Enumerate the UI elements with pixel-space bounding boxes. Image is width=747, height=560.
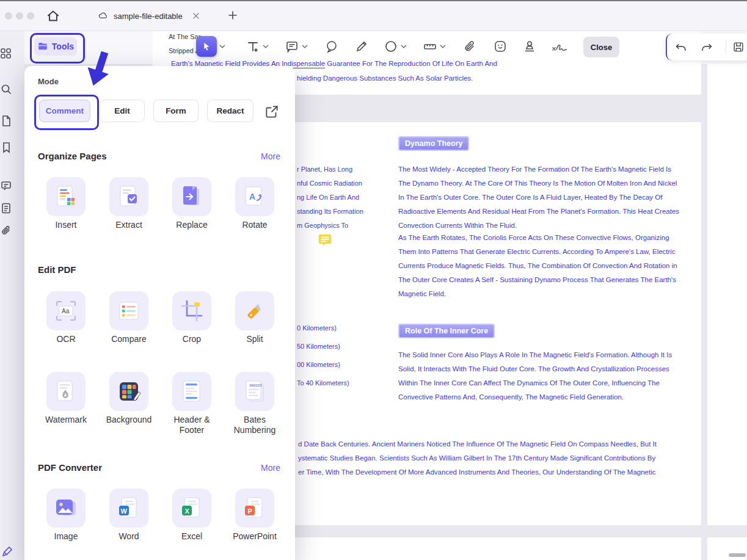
shape-tool-button[interactable] [384, 39, 398, 54]
tool-convert-word[interactable]: W Word [109, 489, 148, 528]
select-tool-chevron-icon[interactable] [219, 45, 225, 49]
shape-tool-chevron-icon[interactable] [401, 45, 407, 49]
tool-split[interactable]: Split [235, 291, 274, 330]
thumbnail-grid-icon[interactable] [0, 48, 12, 60]
tool-convert-powerpoint[interactable]: P PowerPoint [235, 489, 274, 528]
select-tool-button[interactable] [196, 36, 217, 57]
stamp-tool-button[interactable] [522, 39, 537, 54]
ocr-icon: Aa [53, 297, 79, 324]
organize-pages-title: Organize Pages [38, 151, 107, 161]
tool-label: Rotate [229, 220, 280, 230]
mode-section-title: Mode [38, 77, 59, 86]
tool-convert-excel[interactable]: X Excel [172, 489, 211, 528]
fragment-line: ng Life On Earth And [297, 191, 363, 205]
body-line: In The Earth's Outer Core. The Outer Cor… [398, 191, 679, 205]
svg-text:W: W [121, 507, 128, 515]
left-column-fragments: r Planet, Has Longnful Cosmic Radiationn… [297, 162, 363, 233]
tool-ocr[interactable]: Aa OCR [46, 291, 86, 330]
close-button[interactable]: Close [583, 37, 619, 57]
dynamo-heading: Dynamo Theory [398, 136, 469, 151]
note-annotation-icon[interactable] [318, 234, 332, 247]
tool-compare[interactable]: Compare [109, 291, 148, 330]
undo-icon[interactable] [674, 40, 688, 54]
traffic-light-minimize[interactable] [16, 12, 23, 20]
tool-extract[interactable]: Extract [109, 177, 148, 216]
save-icon[interactable] [732, 40, 745, 54]
body-line: The Solid Inner Core Also Plays A Role I… [398, 348, 672, 362]
organize-pages-more-link[interactable]: More [261, 151, 280, 161]
note-tool-chevron-icon[interactable] [302, 45, 308, 49]
tool-background[interactable]: Background [109, 372, 148, 411]
pen-tool-icon[interactable] [1, 545, 13, 558]
horizontal-scrollbar[interactable] [729, 553, 746, 557]
measure-tool-button[interactable] [423, 39, 437, 54]
edit-pdf-title: Edit PDF [38, 264, 76, 275]
fragment-line: standing Its Formation [297, 205, 363, 219]
powerpoint-icon: P [241, 495, 268, 522]
tool-insert[interactable]: Insert [46, 177, 86, 216]
tool-label: Header & Footer [166, 415, 217, 435]
home-button[interactable] [45, 8, 61, 24]
svg-text:A: A [249, 192, 255, 202]
traffic-light-close[interactable] [5, 12, 12, 20]
page1-line2: hielding Dangerous Substances Such As So… [297, 72, 473, 84]
body-line: Solid, It Interacts With The Fluid Outer… [398, 362, 672, 376]
body-line: The Most Widely - Accepted Theory For Th… [398, 162, 679, 176]
pencil-tool-button[interactable] [354, 39, 369, 54]
svg-text:000123: 000123 [250, 384, 263, 387]
mode-button-redact[interactable]: Redact [207, 100, 253, 122]
page1-line1-rest: Guarantee For The Reproduction Of Life O… [325, 60, 497, 67]
open-in-window-icon[interactable] [264, 104, 280, 120]
inner-core-heading: Role Of The Inner Core [398, 324, 495, 338]
traffic-light-zoom[interactable] [27, 12, 34, 20]
note-tool-button[interactable] [285, 39, 299, 54]
sticker-tool-button[interactable] [493, 39, 508, 54]
app-window: At The SarStripped Av Earth's Magnetic F… [0, 0, 747, 560]
tools-button[interactable]: Tools [34, 37, 77, 56]
svg-text:X: X [185, 507, 190, 515]
tool-rotate[interactable]: A Rotate [235, 177, 274, 216]
text-tool-chevron-icon[interactable] [263, 45, 269, 49]
page-thumbnails-icon[interactable] [0, 115, 12, 127]
body-line: er Time, With The Development Of More Ad… [298, 465, 657, 479]
crop-icon [178, 297, 205, 324]
tool-convert-image[interactable]: Image [46, 489, 86, 528]
body-line: The Dynamo Theory. At The Core Of This T… [398, 176, 679, 191]
replace-icon [178, 183, 205, 210]
signature-tool-button[interactable] [550, 39, 569, 54]
distance-line: 00 Kilometers) [297, 355, 349, 374]
inner-core-paragraph: The Solid Inner Core Also Plays A Role I… [398, 348, 672, 404]
comments-list-icon[interactable] [0, 180, 12, 192]
excel-icon: X [178, 495, 205, 522]
tools-panel: Mode Comment Edit Form Redact Organize P… [24, 66, 295, 560]
watermark-icon [53, 378, 79, 405]
svg-text:Aa: Aa [62, 308, 70, 315]
measure-tool-chevron-icon[interactable] [440, 45, 446, 49]
document-tab[interactable]: sample-file-editable [93, 6, 206, 26]
tool-label: Image [40, 531, 92, 542]
search-icon[interactable] [0, 83, 12, 95]
body-line: ystematic Studies Began. Scientists Such… [298, 451, 657, 465]
dynamo-paragraph-2: As The Earth Rotates, The Coriolis Force… [398, 231, 677, 301]
mode-button-comment[interactable]: Comment [39, 100, 90, 122]
close-tab-icon[interactable] [191, 11, 201, 21]
attachment-tool-button[interactable] [462, 39, 477, 54]
mode-button-form[interactable]: Form [153, 100, 199, 122]
tool-label: OCR [40, 334, 92, 344]
text-comment-tool-button[interactable] [246, 39, 260, 54]
tool-replace[interactable]: Replace [172, 177, 211, 216]
redo-icon[interactable] [700, 40, 713, 54]
callout-tool-button[interactable] [324, 39, 339, 54]
new-tab-icon[interactable] [227, 10, 238, 21]
attachments-icon[interactable] [0, 224, 12, 236]
tool-watermark[interactable]: Watermark [46, 372, 86, 411]
tool-crop[interactable]: Crop [172, 291, 211, 330]
mode-button-edit[interactable]: Edit [100, 100, 145, 122]
tool-bates-numbering[interactable]: 000123 Bates Numbering [235, 372, 274, 411]
document-outline-icon[interactable] [0, 202, 12, 214]
bookmark-icon[interactable] [0, 141, 12, 153]
pdf-converter-more-link[interactable]: More [261, 463, 280, 473]
body-line: As The Earth Rotates, The Coriolis Force… [398, 231, 677, 245]
tool-header-footer[interactable]: Header & Footer [172, 372, 211, 411]
bates-numbering-icon: 000123 [241, 378, 268, 405]
